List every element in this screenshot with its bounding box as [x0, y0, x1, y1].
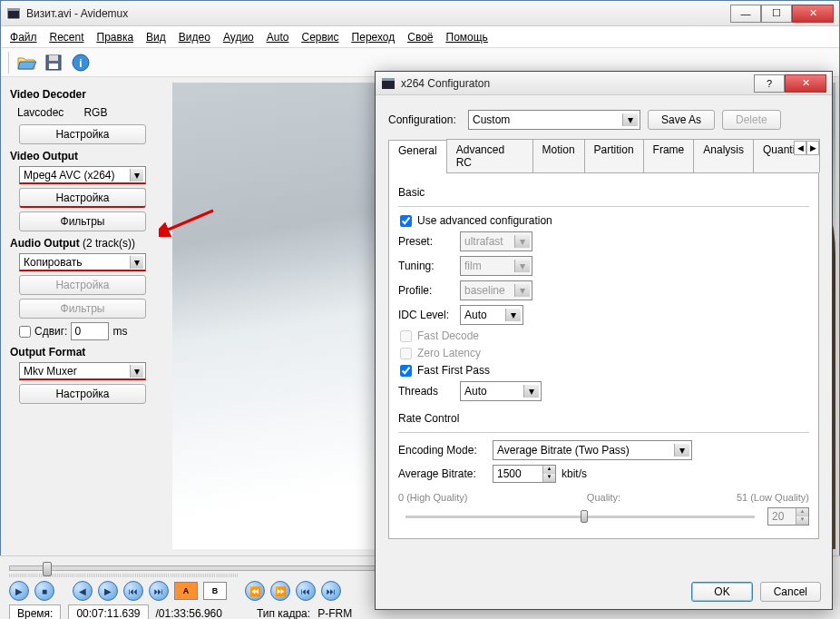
save-file-icon[interactable] [44, 53, 63, 73]
cancel-button[interactable]: Cancel [760, 582, 821, 602]
menu-audio[interactable]: Аудио [223, 31, 254, 44]
config-combo[interactable]: Custom [468, 110, 640, 130]
tab-advanced-rc[interactable]: Advanced RC [446, 139, 533, 172]
audio-configure-button: Настройка [19, 275, 146, 295]
sidebar: Video Decoder Lavcodec RGB Настройка Vid… [1, 77, 169, 555]
svg-rect-4 [49, 64, 58, 69]
svg-rect-0 [7, 10, 20, 19]
ok-button[interactable]: OK [691, 582, 752, 602]
quality-left-label: 0 (High Quality) [398, 492, 498, 503]
next-marker-button[interactable]: ⏭ [321, 581, 341, 601]
play-button[interactable]: ▶ [9, 581, 29, 601]
tab-general[interactable]: General [388, 140, 447, 173]
tab-frame[interactable]: Frame [643, 139, 695, 172]
profile-combo: baseline [460, 280, 532, 300]
tabs-scroll-left[interactable]: ◀ [794, 141, 806, 155]
video-filters-button[interactable]: Фильтры [19, 211, 146, 231]
basic-group-label: Basic [398, 186, 809, 199]
menu-help[interactable]: Помощь [446, 31, 488, 44]
shift-checkbox[interactable] [19, 326, 31, 338]
zero-latency-label: Zero Latency [417, 347, 481, 359]
tab-partition[interactable]: Partition [584, 139, 644, 172]
save-as-button[interactable]: Save As [648, 110, 715, 130]
lavcodec-label: Lavcodec [17, 106, 63, 119]
svg-rect-8 [382, 80, 395, 89]
menu-file[interactable]: Файл [10, 31, 37, 44]
close-button[interactable]: ✕ [792, 5, 834, 23]
menu-edit[interactable]: Правка [97, 31, 134, 44]
zero-latency-checkbox [400, 348, 412, 359]
menu-auto[interactable]: Auto [267, 31, 289, 44]
maximize-button[interactable]: ☐ [761, 5, 792, 23]
svg-text:i: i [79, 57, 82, 70]
audio-filters-button: Фильтры [19, 299, 146, 319]
idc-label: IDC Level: [398, 309, 454, 321]
kbits-label: kbit/s [562, 467, 587, 480]
threads-combo[interactable]: Auto [460, 381, 542, 401]
next-frame-button[interactable]: ▶ [98, 581, 118, 601]
time-label-box: Время: [9, 604, 61, 619]
svg-rect-1 [7, 8, 20, 11]
profile-label: Profile: [398, 284, 454, 297]
dialog-title: x264 Configuraton [401, 77, 754, 90]
menu-recent[interactable]: Recent [50, 31, 84, 44]
fast-first-pass-checkbox[interactable] [400, 365, 412, 377]
frame-type-value: P-FRM [317, 607, 352, 619]
dialog-close-button[interactable]: ✕ [785, 74, 826, 93]
idc-combo[interactable]: Auto [460, 305, 523, 325]
audio-mode-combo[interactable]: Копировать [19, 253, 146, 271]
info-icon[interactable]: i [71, 53, 91, 73]
dialog-help-button[interactable]: ? [754, 74, 785, 93]
minimize-button[interactable]: — [730, 5, 761, 23]
tabs-scroll-right[interactable]: ▶ [806, 141, 819, 155]
stop-button[interactable]: ■ [34, 581, 54, 601]
quality-slider [405, 516, 755, 518]
timeline-thumb[interactable] [43, 562, 52, 576]
muxer-combo[interactable]: Mkv Muxer [19, 362, 146, 380]
fast-first-pass-label: Fast First Pass [417, 364, 490, 377]
format-configure-button[interactable]: Настройка [19, 384, 146, 404]
menu-custom[interactable]: Своё [407, 31, 433, 44]
encoding-mode-label: Encoding Mode: [398, 444, 487, 457]
tab-motion[interactable]: Motion [532, 139, 585, 172]
marker-b-button[interactable]: B [203, 582, 227, 600]
use-advanced-checkbox[interactable] [400, 215, 412, 227]
annotation-arrow [159, 207, 222, 243]
bitrate-up-icon[interactable]: ▲ [542, 466, 555, 474]
bitrate-down-icon[interactable]: ▼ [542, 474, 555, 482]
tab-analysis[interactable]: Analysis [693, 139, 754, 172]
prev-keyframe-button[interactable]: ⏮ [123, 581, 143, 601]
avg-bitrate-input[interactable]: 1500 ▲▼ [493, 465, 556, 483]
encoding-mode-combo[interactable]: Average Bitrate (Two Pass) [493, 440, 692, 460]
goto-end-button[interactable]: ⏩ [270, 581, 290, 601]
next-keyframe-button[interactable]: ⏭ [149, 581, 169, 601]
audio-output-title: Audio Output (2 track(s)) [10, 237, 160, 250]
config-label: Configuration: [388, 113, 461, 126]
shift-input[interactable] [71, 322, 109, 340]
tuning-combo: film [460, 256, 532, 276]
tab-panel-general: Basic Use advanced configuration Preset:… [388, 173, 819, 539]
prev-frame-button[interactable]: ◀ [73, 581, 93, 601]
rgb-label: RGB [83, 106, 107, 119]
open-file-icon[interactable] [16, 53, 36, 73]
goto-start-button[interactable]: ⏪ [245, 581, 265, 601]
quality-center-label: Quality: [503, 492, 704, 503]
total-time: /01:33:56.960 [156, 607, 222, 619]
video-output-title: Video Output [10, 150, 160, 162]
output-format-title: Output Format [10, 346, 160, 359]
svg-rect-9 [382, 78, 395, 81]
video-configure-button[interactable]: Настройка [19, 188, 146, 208]
main-titlebar: Визит.avi - Avidemux — ☐ ✕ [1, 1, 839, 26]
preset-label: Preset: [398, 235, 454, 248]
menu-tools[interactable]: Сервис [301, 31, 338, 44]
tabs: General Advanced RC Motion Partition Fra… [388, 139, 819, 173]
app-icon [6, 6, 21, 21]
current-time-box[interactable]: 00:07:11.639 [68, 604, 148, 619]
menu-view[interactable]: Вид [146, 31, 166, 44]
menu-goto[interactable]: Переход [352, 31, 396, 44]
decoder-configure-button[interactable]: Настройка [19, 124, 146, 144]
menu-video[interactable]: Видео [179, 31, 210, 44]
marker-a-button[interactable]: A [174, 582, 198, 600]
prev-marker-button[interactable]: ⏮ [296, 581, 316, 601]
video-codec-combo[interactable]: Mpeg4 AVC (x264) [19, 166, 146, 184]
